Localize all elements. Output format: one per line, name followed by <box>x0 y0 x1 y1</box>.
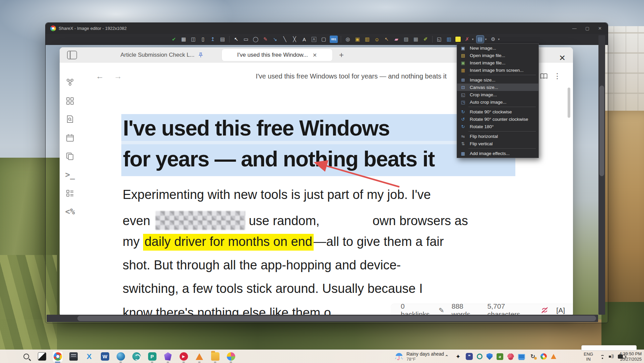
sidebar-toggle-icon[interactable] <box>67 51 77 59</box>
vlc-app[interactable] <box>194 351 204 362</box>
apply-check-icon[interactable]: ✔ <box>170 36 178 43</box>
new-tab-button[interactable]: + <box>339 50 344 60</box>
arrow-tool-icon[interactable]: ↘ <box>271 36 279 43</box>
color-book-icon[interactable]: ▥ <box>445 36 453 43</box>
sync-off-icon[interactable] <box>541 306 549 314</box>
menu-item-insert-image-file[interactable]: ▣Insert image file... <box>457 59 538 66</box>
back-arrow-icon[interactable]: ← <box>96 71 104 81</box>
smart-eraser-tool-icon[interactable]: ╳ <box>291 36 298 43</box>
menu-item-rotate-180[interactable]: ↻Rotate 180° <box>457 123 538 130</box>
menu-item-auto-crop-image[interactable]: ◳Auto crop image... <box>457 98 538 106</box>
print-icon[interactable]: ▤ <box>219 36 226 43</box>
copy-note-icon[interactable] <box>65 151 75 161</box>
sharex-editor-app[interactable] <box>53 351 63 362</box>
crop-tool-icon[interactable]: ◱ <box>436 36 443 43</box>
image-screen-tool-icon[interactable]: ▥ <box>364 36 371 43</box>
menu-item-crop-image[interactable]: ◱Crop image... <box>457 91 538 98</box>
padlet-app[interactable]: P <box>147 351 157 362</box>
vlc-tray[interactable] <box>551 354 556 359</box>
menu-item-insert-image-from-screen[interactable]: ▦Insert image from screen... <box>457 66 538 74</box>
templater-icon[interactable]: <% <box>65 207 75 217</box>
dropbox-tray[interactable]: ✦ <box>454 353 462 360</box>
minimize-button[interactable]: — <box>572 26 577 31</box>
monitor-tray[interactable] <box>518 354 525 359</box>
copilot-app[interactable] <box>116 351 126 362</box>
menu-item-flip-vertical[interactable]: ⇅Flip vertical <box>457 140 538 147</box>
text-outline-tool-icon[interactable]: A <box>310 36 318 43</box>
vertical-scroll-thumb[interactable] <box>599 86 604 176</box>
media-play-app[interactable]: ▶ <box>179 351 189 362</box>
menu-item-add-image-effects[interactable]: ▩Add image effects... <box>457 150 538 157</box>
pixelate-tool-icon[interactable]: ▦ <box>412 36 420 43</box>
sync-tray[interactable]: ↻ <box>529 353 536 360</box>
popup-close-icon[interactable]: ✕ <box>559 53 566 63</box>
defender-tray[interactable] <box>487 353 493 360</box>
start-button[interactable] <box>5 351 15 362</box>
volume-icon[interactable] <box>609 354 615 359</box>
obsidian-app[interactable] <box>163 351 173 362</box>
search-button[interactable] <box>21 351 31 362</box>
menu-item-rotate-90-clockwise[interactable]: ↻Rotate 90° clockwise <box>457 108 538 115</box>
menu-item-new-image[interactable]: ▣New image... <box>457 44 538 52</box>
ellipse-tool-icon[interactable]: ◯ <box>252 36 259 43</box>
eraser-tool-icon[interactable]: ▰ <box>393 36 400 43</box>
pen-tool-icon[interactable]: ✎ <box>262 36 269 43</box>
paint-globe-app[interactable] <box>226 351 236 362</box>
forward-arrow-icon[interactable]: → <box>114 71 122 81</box>
quote-app-tray[interactable]: ❞ <box>466 353 473 360</box>
options-menu-dropdown-caret[interactable]: ▼ <box>498 38 500 41</box>
clock-widget[interactable]: 4:39:50 PM 10/27/2025 <box>618 351 642 362</box>
wifi-icon[interactable] <box>599 354 606 359</box>
notion-app[interactable] <box>37 351 47 362</box>
menu-item-rotate-90-counter-clockwise[interactable]: ↺Rotate 90° counter clockwise <box>457 115 538 123</box>
emoji-tool-icon[interactable]: ☺ <box>373 36 381 43</box>
upload-icon[interactable]: ↥ <box>209 36 216 43</box>
calendar-icon[interactable] <box>65 133 75 143</box>
mode-indicator[interactable]: [A] <box>556 306 565 314</box>
image-menu-icon[interactable]: ▤ <box>476 36 484 43</box>
color-swatch-icon[interactable] <box>455 36 461 42</box>
edit-mode-pencil-icon[interactable]: ✎ <box>439 306 444 314</box>
file-explorer[interactable] <box>210 351 220 362</box>
tools-menu-dropdown-caret[interactable]: ▼ <box>471 38 474 41</box>
language-switcher[interactable]: ENG IN <box>584 352 593 362</box>
menu-item-canvas-size[interactable]: ⊡Canvas size... <box>457 84 538 91</box>
step-tool-icon[interactable]: 001 <box>330 36 338 43</box>
text-tool-icon[interactable]: A <box>301 36 308 43</box>
chrome-tray[interactable] <box>540 353 547 360</box>
menu-item-open-image-file[interactable]: ▤Open image file... <box>457 52 538 59</box>
options-menu-icon[interactable]: ⚙ <box>490 36 497 43</box>
code-editor-app[interactable] <box>68 351 78 362</box>
image-file-tool-icon[interactable]: ▣ <box>354 36 361 43</box>
swirl-app[interactable] <box>131 351 141 362</box>
teal-ring-tray[interactable] <box>477 354 482 359</box>
x-app[interactable]: X <box>84 351 94 362</box>
cards-view-icon[interactable] <box>65 96 75 106</box>
save-as-icon[interactable]: ◫ <box>190 36 197 43</box>
highlighter-tool-icon[interactable]: ✐ <box>422 36 429 43</box>
save-icon[interactable]: ▦ <box>180 36 187 43</box>
word-app[interactable]: W <box>100 351 110 362</box>
graph-view-icon[interactable] <box>65 77 75 88</box>
flower-tray[interactable] <box>507 353 514 360</box>
menu-item-flip-horizontal[interactable]: ⇋Flip horizontal <box>457 133 538 140</box>
horizontal-scroll-thumb[interactable] <box>77 316 596 321</box>
tab-active-article[interactable]: I've used this free Window... ✕ <box>222 49 332 61</box>
more-options-icon[interactable]: ⋮ <box>554 72 561 81</box>
cursor-tool-icon[interactable]: ↖ <box>383 36 390 43</box>
canvas-horizontal-scrollbar[interactable] <box>47 315 598 322</box>
tools-menu-icon[interactable]: ✗ <box>463 36 471 43</box>
image-menu-dropdown-caret[interactable]: ▼ <box>485 38 487 41</box>
blur-tool-icon[interactable]: ▨ <box>402 36 410 43</box>
copy-to-clipboard-icon[interactable]: ▯ <box>199 36 207 43</box>
tab-pinned-article[interactable]: Article Submission Check L... <box>107 49 217 61</box>
rectangle-tool-icon[interactable]: ▭ <box>242 36 250 43</box>
magnify-tool-icon[interactable]: ◎ <box>344 36 351 43</box>
line-tool-icon[interactable]: ╲ <box>281 36 288 43</box>
green-a-tray[interactable]: a <box>497 353 503 360</box>
tray-expand-chevron[interactable]: ⌃ <box>443 353 450 360</box>
menu-item-image-size[interactable]: ⊞Image size... <box>457 76 538 84</box>
tab-close-icon[interactable]: ✕ <box>313 52 317 58</box>
maximize-button[interactable]: ▢ <box>585 26 589 31</box>
note-scrollbar[interactable] <box>568 88 570 118</box>
